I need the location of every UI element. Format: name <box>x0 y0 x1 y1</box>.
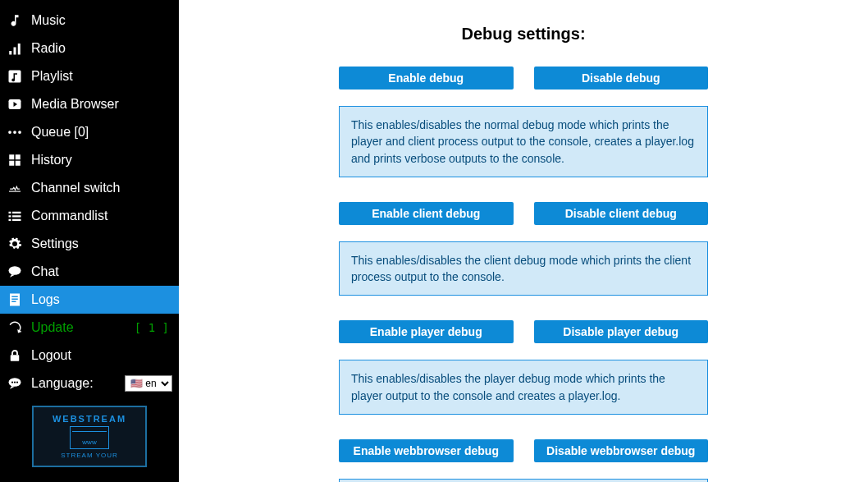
player-debug-description: This enables/disables the player debug m… <box>339 360 708 415</box>
language-label: Language: <box>31 376 94 391</box>
svg-point-19 <box>9 266 21 275</box>
svg-rect-12 <box>16 161 21 166</box>
sidebar-item-label: Update <box>31 320 126 335</box>
svg-point-28 <box>16 381 18 383</box>
webstream-title: WEBSTREAM <box>53 414 126 424</box>
debug-description: This enables/disables the normal debug m… <box>339 106 708 177</box>
sidebar-item-chat[interactable]: Chat <box>0 258 179 286</box>
language-icon <box>7 375 23 392</box>
webstream-banner[interactable]: WEBSTREAM www STREAM YOUR <box>32 406 147 467</box>
commandlist-icon <box>7 208 23 224</box>
svg-rect-23 <box>11 301 16 303</box>
svg-rect-17 <box>9 219 11 221</box>
sidebar: Music Radio Playlist Media Browser Queue… <box>0 0 179 482</box>
sidebar-item-label: Radio <box>31 41 172 56</box>
sidebar-item-label: Music <box>31 13 172 28</box>
svg-rect-9 <box>9 154 14 159</box>
sidebar-item-logs[interactable]: Logs <box>0 286 179 314</box>
sidebar-item-label: Settings <box>31 236 172 251</box>
queue-icon <box>7 124 23 140</box>
sidebar-item-label: Playlist <box>31 69 172 84</box>
main-content: Debug settings: Enable debug Disable deb… <box>179 0 868 482</box>
disable-client-debug-button[interactable]: Disable client debug <box>534 202 709 225</box>
music-icon <box>7 12 23 29</box>
channel-switch-icon <box>7 180 23 196</box>
sidebar-item-label: Chat <box>31 264 172 279</box>
debug-section: Enable debug Disable debug This enables/… <box>339 67 708 177</box>
svg-rect-21 <box>11 296 18 298</box>
client-debug-section: Enable client debug Disable client debug… <box>339 202 708 296</box>
page-title: Debug settings: <box>179 25 868 44</box>
svg-rect-0 <box>9 51 11 55</box>
lock-icon <box>7 347 23 364</box>
webbrowser-debug-description: This enables/disables the browser debug … <box>339 479 708 482</box>
enable-debug-button[interactable]: Enable debug <box>339 67 514 90</box>
disable-debug-button[interactable]: Disable debug <box>534 67 709 90</box>
svg-point-27 <box>14 381 16 383</box>
logs-icon <box>7 291 23 308</box>
svg-rect-18 <box>12 219 21 221</box>
sidebar-item-label: Channel switch <box>31 181 172 195</box>
svg-point-26 <box>11 381 13 383</box>
playlist-icon <box>7 68 23 85</box>
svg-rect-16 <box>12 215 21 217</box>
sidebar-item-commandlist[interactable]: Commandlist <box>0 202 179 230</box>
sidebar-item-queue[interactable]: Queue [0] <box>0 118 179 146</box>
sidebar-item-label: Queue [0] <box>31 125 172 140</box>
sidebar-item-update[interactable]: Update [ 1 ] <box>0 314 179 342</box>
enable-player-debug-button[interactable]: Enable player debug <box>339 320 514 343</box>
language-row: Language: 🇺🇸 en <box>0 370 179 397</box>
update-icon <box>7 319 23 336</box>
sidebar-item-label: History <box>31 153 172 168</box>
sidebar-item-history[interactable]: History <box>0 146 179 174</box>
sidebar-item-logout[interactable]: Logout <box>0 342 179 370</box>
sidebar-item-media-browser[interactable]: Media Browser <box>0 90 179 118</box>
svg-rect-15 <box>9 215 11 217</box>
sidebar-item-label: Media Browser <box>31 97 172 112</box>
svg-point-6 <box>8 131 11 134</box>
radio-icon <box>7 40 23 57</box>
svg-rect-2 <box>18 44 21 55</box>
svg-rect-1 <box>14 48 16 55</box>
sidebar-item-channel-switch[interactable]: Channel switch <box>0 174 179 202</box>
sidebar-item-radio[interactable]: Radio <box>0 34 179 62</box>
sidebar-item-label: Logout <box>31 348 172 363</box>
svg-rect-24 <box>11 355 20 361</box>
svg-rect-14 <box>12 212 21 213</box>
svg-rect-13 <box>9 212 11 213</box>
svg-rect-10 <box>16 154 21 159</box>
media-browser-icon <box>7 96 23 112</box>
gear-icon <box>7 236 23 252</box>
webstream-window-icon: www <box>70 426 109 449</box>
svg-rect-11 <box>9 161 14 166</box>
svg-point-8 <box>18 131 21 134</box>
sidebar-item-label: Commandlist <box>31 209 172 223</box>
svg-point-7 <box>13 131 16 134</box>
enable-webbrowser-debug-button[interactable]: Enable webbrowser debug <box>339 439 514 462</box>
webstream-tag: STREAM YOUR <box>61 452 118 459</box>
update-badge: [ 1 ] <box>135 321 169 334</box>
player-debug-section: Enable player debug Disable player debug… <box>339 320 708 415</box>
chat-icon <box>7 264 23 280</box>
svg-rect-22 <box>11 299 18 301</box>
webbrowser-debug-section: Enable webbrowser debug Disable webbrows… <box>339 439 708 482</box>
sidebar-item-label: Logs <box>31 292 172 307</box>
disable-player-debug-button[interactable]: Disable player debug <box>534 320 709 343</box>
disable-webbrowser-debug-button[interactable]: Disable webbrowser debug <box>534 439 709 462</box>
enable-client-debug-button[interactable]: Enable client debug <box>339 202 514 225</box>
sidebar-item-music[interactable]: Music <box>0 7 179 34</box>
sidebar-item-settings[interactable]: Settings <box>0 230 179 258</box>
sidebar-item-playlist[interactable]: Playlist <box>0 62 179 90</box>
client-debug-description: This enables/disables the client debug m… <box>339 241 708 296</box>
history-icon <box>7 152 23 168</box>
language-select[interactable]: 🇺🇸 en <box>125 375 172 392</box>
